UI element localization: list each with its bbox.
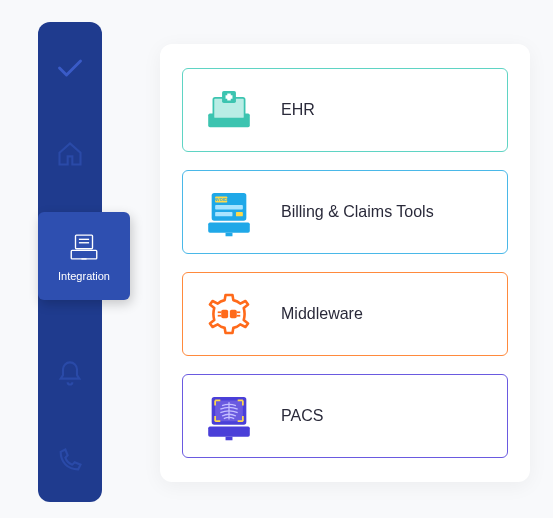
card-billing[interactable]: INVOICE Billing & Claims Tools bbox=[182, 170, 508, 254]
svg-text:INVOICE: INVOICE bbox=[213, 197, 229, 202]
sidebar-item-label: Integration bbox=[58, 270, 110, 282]
svg-rect-0 bbox=[71, 250, 97, 259]
card-label: Middleware bbox=[281, 305, 363, 323]
svg-rect-9 bbox=[226, 95, 233, 98]
ehr-icon bbox=[203, 84, 255, 136]
svg-rect-11 bbox=[226, 233, 233, 236]
check-icon bbox=[56, 54, 84, 82]
sidebar-item-check[interactable] bbox=[38, 40, 102, 96]
svg-rect-1 bbox=[76, 235, 93, 249]
svg-rect-25 bbox=[226, 437, 233, 440]
svg-rect-19 bbox=[230, 310, 237, 319]
card-ehr[interactable]: EHR bbox=[182, 68, 508, 152]
sidebar: Integration bbox=[38, 22, 102, 502]
svg-rect-14 bbox=[215, 205, 243, 209]
card-middleware[interactable]: Middleware bbox=[182, 272, 508, 356]
sidebar-item-home[interactable] bbox=[38, 126, 102, 182]
svg-rect-24 bbox=[208, 426, 250, 436]
integration-icon bbox=[67, 230, 101, 264]
svg-rect-10 bbox=[208, 222, 250, 232]
sidebar-item-phone[interactable] bbox=[38, 432, 102, 488]
svg-rect-18 bbox=[221, 310, 228, 319]
card-label: PACS bbox=[281, 407, 323, 425]
home-icon bbox=[56, 140, 84, 168]
card-label: Billing & Claims Tools bbox=[281, 203, 434, 221]
sidebar-item-integration[interactable]: Integration bbox=[38, 212, 130, 300]
bell-icon bbox=[56, 360, 84, 388]
middleware-icon bbox=[203, 288, 255, 340]
svg-rect-15 bbox=[215, 212, 232, 216]
pacs-icon bbox=[203, 390, 255, 442]
phone-icon bbox=[56, 446, 84, 474]
card-label: EHR bbox=[281, 101, 315, 119]
billing-icon: INVOICE bbox=[203, 186, 255, 238]
svg-rect-16 bbox=[236, 212, 243, 216]
card-pacs[interactable]: PACS bbox=[182, 374, 508, 458]
sidebar-item-notifications[interactable] bbox=[38, 346, 102, 402]
integration-panel: EHR INVOICE Billing & Claims Tools bbox=[160, 44, 530, 482]
